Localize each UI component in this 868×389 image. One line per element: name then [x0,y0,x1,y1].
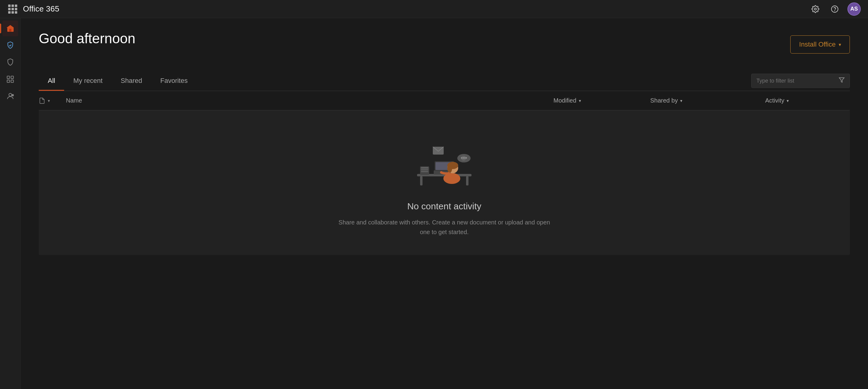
sidebar-item-admin[interactable]: A [2,88,18,104]
svg-point-1 [831,6,838,12]
app-title: Office 365 [23,4,59,13]
help-button[interactable] [828,2,841,16]
chevron-down-icon: ▾ [839,42,841,48]
sidebar-item-protect[interactable] [2,37,18,53]
top-bar-right: AS [809,2,861,16]
svg-rect-24 [421,170,428,170]
col-name-header: Name [66,97,554,104]
filter-icon [839,77,845,85]
modified-sort-arrow: ▾ [579,98,581,103]
svg-point-0 [814,8,816,10]
apps-icon [6,75,14,84]
empty-illustration [408,134,480,189]
empty-state: No content activity Share and collaborat… [39,111,850,255]
install-office-label: Install Office [799,40,836,49]
svg-rect-25 [421,171,428,172]
sidebar-item-home[interactable] [2,21,18,36]
install-office-button[interactable]: Install Office ▾ [790,35,850,54]
svg-rect-14 [466,176,468,185]
svg-rect-5 [11,76,13,79]
tab-shared[interactable]: Shared [112,71,151,91]
shield-protect-icon [6,41,14,50]
empty-state-title: No content activity [407,201,481,211]
file-type-icon [39,97,45,104]
greeting-text: Good afternoon [39,30,135,47]
home-icon [6,24,14,33]
waffle-grid-icon [8,4,17,13]
shared-by-sort-arrow: ▾ [680,98,682,103]
content-area: Good afternoon Install Office ▾ All My r… [21,18,868,389]
col-modified-header[interactable]: Modified ▾ [554,97,650,104]
filter-list-input[interactable] [756,78,835,84]
svg-point-8 [9,93,11,96]
admin-person-icon: A [6,92,14,100]
gear-icon [811,5,819,13]
activity-sort-arrow: ▾ [787,98,789,103]
empty-state-description: Share and collaborate with others. Creat… [338,217,550,237]
svg-marker-11 [839,78,844,82]
svg-rect-3 [9,29,11,31]
filter-area [751,74,850,88]
table-header: ▾ Name Modified ▾ Shared by ▾ Activity ▾ [39,91,850,111]
settings-button[interactable] [809,2,822,16]
user-initials: AS [850,6,858,12]
top-bar-left: Office 365 [7,4,59,14]
tabs-filter-row: All My recent Shared Favorites [39,71,850,91]
greeting-row: Good afternoon Install Office ▾ [39,30,850,59]
sidebar-item-security[interactable] [2,55,18,70]
col-activity-header: Activity ▾ [765,97,850,104]
filter-input-wrapper [751,74,850,88]
sidebar: A [0,18,21,389]
svg-rect-6 [7,80,9,82]
sidebar-item-apps[interactable] [2,71,18,87]
svg-rect-13 [420,176,423,185]
top-bar: Office 365 AS [0,0,868,18]
svg-rect-7 [11,80,13,82]
svg-rect-4 [7,76,9,79]
tabs-container: All My recent Shared Favorites [39,71,850,91]
help-icon [831,5,839,13]
tab-all[interactable]: All [39,71,64,91]
svg-point-32 [461,156,466,160]
tab-my-recent[interactable]: My recent [64,71,112,91]
waffle-menu-button[interactable] [7,4,18,14]
shield-security-icon [6,58,14,66]
user-avatar[interactable]: AS [847,2,861,16]
tab-favorites[interactable]: Favorites [151,71,196,91]
type-sort-toggle[interactable]: ▾ [48,98,50,103]
svg-point-21 [447,164,452,173]
col-shared-by-header: Shared by ▾ [650,97,765,104]
main-layout: A Good afternoon Install Office ▾ All My… [0,18,868,389]
col-type-header: ▾ [39,97,66,104]
svg-rect-23 [421,167,428,169]
